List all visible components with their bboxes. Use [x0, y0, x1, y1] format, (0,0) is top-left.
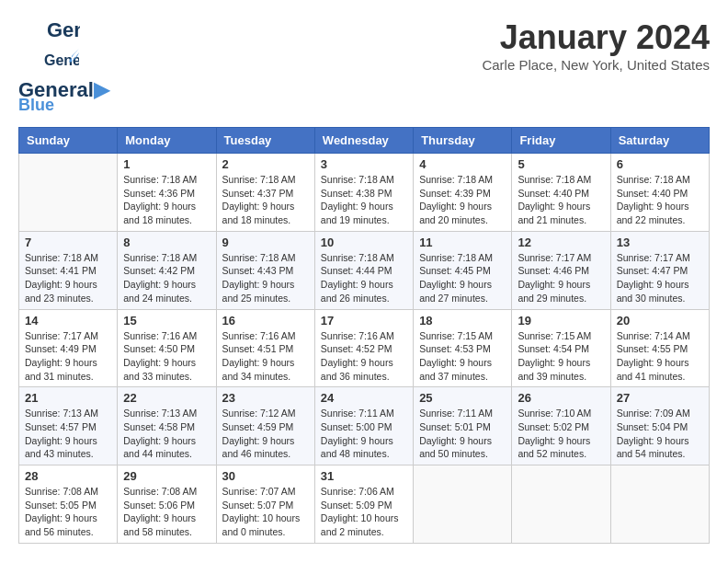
sunrise: Sunrise: 7:12 AM: [222, 408, 296, 419]
day-number: 3: [321, 157, 407, 171]
daylight: Daylight: 10 hours and 2 minutes.: [321, 512, 399, 537]
daylight: Daylight: 9 hours and 33 minutes.: [123, 357, 196, 382]
daylight: Daylight: 9 hours and 52 minutes.: [518, 435, 590, 460]
sunrise: Sunrise: 7:08 AM: [123, 486, 197, 497]
calendar-cell: 21Sunrise: 7:13 AMSunset: 4:57 PMDayligh…: [19, 387, 118, 465]
sunset: Sunset: 4:46 PM: [518, 265, 589, 276]
day-number: 12: [518, 236, 604, 249]
day-info: Sunrise: 7:06 AMSunset: 5:09 PMDaylight:…: [321, 485, 407, 539]
calendar-cell: 5Sunrise: 7:18 AMSunset: 4:40 PMDaylight…: [512, 154, 610, 232]
week-row-5: 28Sunrise: 7:08 AMSunset: 5:05 PMDayligh…: [19, 465, 710, 544]
day-info: Sunrise: 7:12 AMSunset: 4:59 PMDaylight:…: [222, 407, 309, 461]
day-number: 8: [123, 236, 210, 249]
day-info: Sunrise: 7:13 AMSunset: 4:58 PMDaylight:…: [123, 407, 210, 461]
week-row-2: 7Sunrise: 7:18 AMSunset: 4:41 PMDaylight…: [19, 231, 710, 309]
weekday-header-thursday: Thursday: [414, 128, 512, 154]
calendar-cell: 26Sunrise: 7:10 AMSunset: 5:02 PMDayligh…: [512, 387, 610, 465]
sunset: Sunset: 4:51 PM: [222, 343, 294, 354]
sunset: Sunset: 4:47 PM: [617, 265, 688, 276]
week-row-4: 21Sunrise: 7:13 AMSunset: 4:57 PMDayligh…: [19, 387, 710, 465]
day-info: Sunrise: 7:13 AMSunset: 4:57 PMDaylight:…: [25, 407, 111, 461]
day-number: 16: [222, 314, 309, 327]
weekday-header-saturday: Saturday: [610, 128, 709, 154]
sunrise: Sunrise: 7:18 AM: [321, 252, 394, 263]
day-info: Sunrise: 7:16 AMSunset: 4:51 PMDaylight:…: [222, 329, 309, 384]
daylight: Daylight: 9 hours and 24 minutes.: [123, 279, 196, 304]
page-header: General General General▶ Blue January 20…: [18, 18, 710, 118]
calendar-cell: 30Sunrise: 7:07 AMSunset: 5:07 PMDayligh…: [216, 465, 314, 544]
weekday-header-wednesday: Wednesday: [314, 128, 413, 154]
day-number: 14: [25, 314, 111, 327]
daylight: Daylight: 9 hours and 25 minutes.: [222, 279, 295, 304]
calendar-cell: 6Sunrise: 7:18 AMSunset: 4:40 PMDaylight…: [610, 154, 709, 232]
calendar-cell: 28Sunrise: 7:08 AMSunset: 5:05 PMDayligh…: [19, 465, 118, 544]
calendar-cell: 29Sunrise: 7:08 AMSunset: 5:06 PMDayligh…: [118, 465, 216, 544]
weekday-header-sunday: Sunday: [19, 128, 118, 154]
sunset: Sunset: 4:52 PM: [321, 343, 392, 354]
day-number: 13: [617, 236, 703, 249]
calendar-cell: [19, 154, 118, 232]
daylight: Daylight: 9 hours and 56 minutes.: [25, 512, 97, 537]
daylight: Daylight: 9 hours and 58 minutes.: [123, 512, 196, 537]
daylight: Daylight: 9 hours and 41 minutes.: [617, 357, 689, 382]
calendar-table: SundayMondayTuesdayWednesdayThursdayFrid…: [18, 127, 710, 544]
daylight: Daylight: 9 hours and 18 minutes.: [222, 201, 295, 225]
calendar-cell: 16Sunrise: 7:16 AMSunset: 4:51 PMDayligh…: [216, 309, 314, 387]
sunset: Sunset: 4:37 PM: [222, 188, 294, 199]
day-info: Sunrise: 7:16 AMSunset: 4:52 PMDaylight:…: [321, 329, 407, 384]
day-info: Sunrise: 7:15 AMSunset: 4:53 PMDaylight:…: [419, 329, 506, 384]
daylight: Daylight: 9 hours and 36 minutes.: [321, 357, 393, 382]
day-info: Sunrise: 7:10 AMSunset: 5:02 PMDaylight:…: [518, 407, 604, 461]
daylight: Daylight: 9 hours and 29 minutes.: [518, 279, 590, 304]
daylight: Daylight: 9 hours and 48 minutes.: [321, 435, 393, 460]
day-number: 18: [419, 314, 506, 327]
daylight: Daylight: 9 hours and 50 minutes.: [419, 435, 492, 460]
day-number: 17: [321, 314, 407, 327]
sunset: Sunset: 5:06 PM: [123, 500, 195, 511]
day-info: Sunrise: 7:18 AMSunset: 4:43 PMDaylight:…: [222, 251, 309, 305]
weekday-header-tuesday: Tuesday: [216, 128, 314, 154]
day-info: Sunrise: 7:17 AMSunset: 4:49 PMDaylight:…: [25, 329, 111, 384]
daylight: Daylight: 9 hours and 39 minutes.: [518, 357, 590, 382]
sunrise: Sunrise: 7:17 AM: [617, 252, 690, 263]
calendar-cell: 7Sunrise: 7:18 AMSunset: 4:41 PMDaylight…: [19, 231, 118, 309]
day-number: 21: [25, 391, 111, 405]
day-number: 10: [321, 236, 407, 249]
sunrise: Sunrise: 7:13 AM: [123, 408, 197, 419]
calendar-cell: 19Sunrise: 7:15 AMSunset: 4:54 PMDayligh…: [512, 309, 610, 387]
calendar-cell: 22Sunrise: 7:13 AMSunset: 4:58 PMDayligh…: [118, 387, 216, 465]
sunrise: Sunrise: 7:18 AM: [123, 252, 197, 263]
calendar-cell: 9Sunrise: 7:18 AMSunset: 4:43 PMDaylight…: [216, 231, 314, 309]
day-number: 22: [123, 391, 210, 405]
calendar-cell: [414, 465, 512, 544]
sunset: Sunset: 5:00 PM: [321, 421, 392, 432]
day-info: Sunrise: 7:16 AMSunset: 4:50 PMDaylight:…: [123, 329, 210, 384]
day-number: 26: [518, 391, 604, 405]
week-row-3: 14Sunrise: 7:17 AMSunset: 4:49 PMDayligh…: [19, 309, 710, 387]
sunrise: Sunrise: 7:18 AM: [123, 174, 197, 185]
logo: General General General▶ Blue: [18, 18, 109, 113]
sunrise: Sunrise: 7:07 AM: [222, 486, 296, 497]
weekday-header-monday: Monday: [118, 128, 216, 154]
sunrise: Sunrise: 7:18 AM: [25, 252, 98, 263]
sunrise: Sunrise: 7:18 AM: [419, 252, 493, 263]
month-title: January 2024: [482, 18, 710, 57]
calendar-cell: 23Sunrise: 7:12 AMSunset: 4:59 PMDayligh…: [216, 387, 314, 465]
day-info: Sunrise: 7:18 AMSunset: 4:41 PMDaylight:…: [25, 251, 111, 305]
calendar-cell: 18Sunrise: 7:15 AMSunset: 4:53 PMDayligh…: [414, 309, 512, 387]
daylight: Daylight: 9 hours and 18 minutes.: [123, 201, 196, 225]
location: Carle Place, New York, United States: [482, 57, 710, 73]
daylight: Daylight: 9 hours and 37 minutes.: [419, 357, 492, 382]
day-info: Sunrise: 7:15 AMSunset: 4:54 PMDaylight:…: [518, 329, 604, 384]
day-number: 20: [617, 314, 703, 327]
daylight: Daylight: 9 hours and 34 minutes.: [222, 357, 295, 382]
calendar-cell: 11Sunrise: 7:18 AMSunset: 4:45 PMDayligh…: [414, 231, 512, 309]
sunrise: Sunrise: 7:11 AM: [321, 408, 394, 419]
sunset: Sunset: 5:02 PM: [518, 421, 589, 432]
calendar-cell: 13Sunrise: 7:17 AMSunset: 4:47 PMDayligh…: [610, 231, 709, 309]
calendar-cell: 14Sunrise: 7:17 AMSunset: 4:49 PMDayligh…: [19, 309, 118, 387]
sunset: Sunset: 4:59 PM: [222, 421, 294, 432]
daylight: Daylight: 9 hours and 43 minutes.: [25, 435, 97, 460]
calendar-cell: 15Sunrise: 7:16 AMSunset: 4:50 PMDayligh…: [118, 309, 216, 387]
sunset: Sunset: 4:53 PM: [419, 343, 491, 354]
